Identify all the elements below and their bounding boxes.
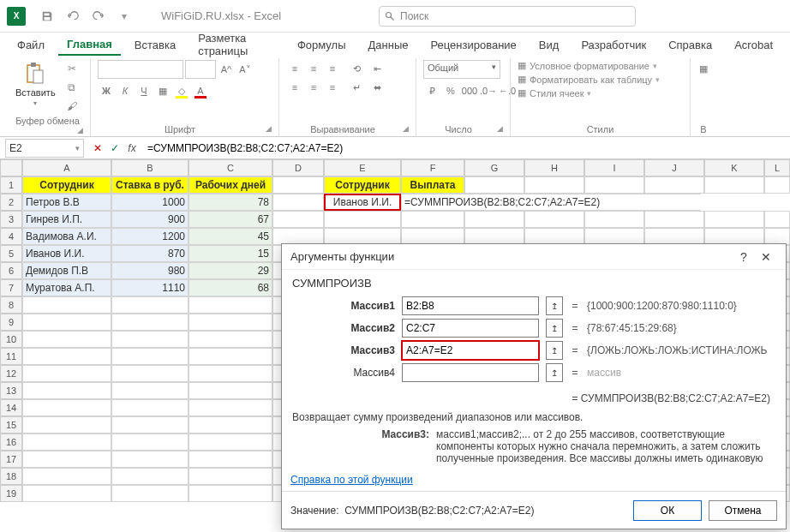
copy-icon[interactable]: ⧉ [63, 79, 81, 96]
cell[interactable]: 29 [189, 262, 272, 279]
formula-cancel-icon[interactable]: ✕ [89, 140, 106, 157]
cell[interactable] [324, 211, 401, 228]
cell[interactable] [584, 176, 644, 194]
col-header[interactable]: E [324, 159, 401, 176]
cell[interactable] [189, 468, 272, 485]
cell[interactable] [324, 228, 401, 245]
cell[interactable] [401, 211, 464, 228]
cell[interactable] [22, 314, 111, 331]
tab-page-layout[interactable]: Разметка страницы [189, 28, 284, 61]
dialog-close-icon[interactable]: ✕ [755, 246, 777, 268]
currency-icon[interactable]: ₽ [423, 82, 440, 99]
col-header[interactable]: J [644, 159, 704, 176]
cell[interactable]: 68 [189, 279, 272, 296]
borders-icon[interactable]: ▦ [154, 82, 171, 99]
cell[interactable] [704, 211, 764, 228]
tab-help[interactable]: Справка [660, 35, 721, 55]
cell[interactable] [524, 228, 584, 245]
cell[interactable] [111, 331, 189, 348]
cell[interactable] [111, 399, 189, 416]
cell[interactable] [111, 314, 189, 331]
bold-button[interactable]: Ж [98, 82, 115, 99]
arg4-input[interactable] [402, 363, 539, 382]
save-icon[interactable] [36, 5, 58, 27]
font-name-select[interactable] [98, 60, 183, 79]
percent-icon[interactable]: % [442, 82, 459, 99]
col-header[interactable]: H [524, 159, 584, 176]
cell[interactable]: Сотрудник [22, 176, 111, 194]
tab-acrobat[interactable]: Acrobat [726, 35, 781, 55]
cell[interactable] [22, 451, 111, 468]
search-box[interactable]: Поиск [379, 6, 636, 27]
cell[interactable]: 1200 [111, 228, 189, 245]
cell[interactable]: 15 [189, 245, 272, 262]
row-header[interactable]: 10 [0, 331, 22, 348]
tab-insert[interactable]: Вставка [126, 35, 184, 55]
cell[interactable] [464, 211, 524, 228]
row-header[interactable]: 12 [0, 365, 22, 382]
arg3-input[interactable] [402, 341, 539, 360]
row-header[interactable]: 15 [0, 416, 22, 433]
cell[interactable] [189, 433, 272, 451]
range-picker-icon[interactable]: ↥ [546, 363, 563, 382]
align-bottom-icon[interactable]: ≡ [324, 60, 341, 77]
cell[interactable] [189, 365, 272, 382]
dialog-help-icon[interactable]: ? [733, 246, 755, 268]
cell[interactable] [189, 451, 272, 468]
cell[interactable] [189, 485, 272, 502]
tab-home[interactable]: Главная [58, 34, 121, 56]
cell[interactable]: 980 [111, 262, 189, 279]
undo-icon[interactable] [62, 5, 84, 27]
qat-dropdown-icon[interactable]: ▾ [113, 5, 135, 27]
cell[interactable] [22, 365, 111, 382]
cell[interactable]: 1110 [111, 279, 189, 296]
arg2-input[interactable] [402, 319, 539, 338]
number-format-select[interactable]: Общий ▾ [423, 60, 500, 79]
cell[interactable] [22, 399, 111, 416]
cell[interactable] [644, 211, 704, 228]
align-right-icon[interactable]: ≡ [324, 79, 341, 96]
cell[interactable] [644, 228, 704, 245]
cell[interactable] [22, 348, 111, 365]
cell[interactable] [704, 228, 764, 245]
cell[interactable]: Иванов И.И. [22, 245, 111, 262]
cell[interactable] [584, 211, 644, 228]
insert-cells-icon[interactable]: ▦ [697, 60, 709, 77]
row-header[interactable]: 2 [0, 194, 22, 211]
row-header[interactable]: 13 [0, 382, 22, 399]
tab-formulas[interactable]: Формулы [289, 35, 355, 55]
decrease-indent-icon[interactable]: ⇤ [368, 60, 386, 77]
cell[interactable] [189, 314, 272, 331]
conditional-formatting-button[interactable]: ▦ Условное форматирование ▾ [518, 60, 660, 71]
clipboard-launcher-icon[interactable]: ◢ [74, 126, 83, 134]
cell[interactable] [272, 176, 324, 194]
row-header[interactable]: 1 [0, 176, 22, 194]
row-header[interactable]: 9 [0, 314, 22, 331]
wrap-text-icon[interactable]: ↵ [348, 79, 365, 96]
row-header[interactable]: 16 [0, 433, 22, 451]
cell[interactable] [644, 176, 704, 194]
ok-button[interactable]: ОК [633, 500, 702, 521]
cell[interactable] [111, 365, 189, 382]
cancel-button[interactable]: Отмена [709, 500, 777, 521]
cell[interactable] [189, 331, 272, 348]
row-header[interactable]: 11 [0, 348, 22, 365]
name-box[interactable]: E2 ▾ [5, 139, 84, 158]
cell[interactable]: 45 [189, 228, 272, 245]
align-left-icon[interactable]: ≡ [286, 79, 303, 96]
formula-accept-icon[interactable]: ✓ [106, 140, 123, 157]
decrease-font-icon[interactable]: A˅ [236, 61, 254, 78]
cell[interactable]: Вадимова А.И. [22, 228, 111, 245]
row-header[interactable]: 19 [0, 485, 22, 502]
col-header[interactable]: C [189, 159, 272, 176]
row-header[interactable]: 4 [0, 228, 22, 245]
cell[interactable] [464, 228, 524, 245]
cell-f2[interactable]: =СУММПРОИЗВ(B2:B8;C2:C7;A2:A7=E2) [401, 194, 701, 211]
col-header[interactable]: G [464, 159, 524, 176]
cell[interactable] [704, 176, 764, 194]
cell[interactable] [584, 228, 644, 245]
cell[interactable] [22, 468, 111, 485]
cell[interactable] [22, 382, 111, 399]
col-header[interactable]: D [272, 159, 324, 176]
italic-button[interactable]: К [117, 82, 134, 99]
